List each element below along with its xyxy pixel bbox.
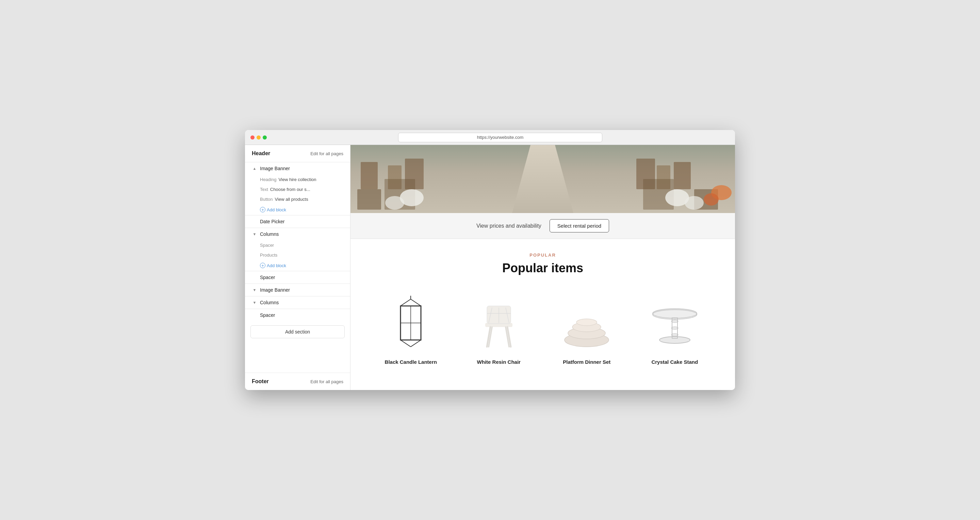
product-card-chair: White Resin Chair [459,292,539,365]
svg-point-15 [704,193,719,205]
text-block[interactable]: Text Choose from our s... [245,184,350,194]
svg-rect-1 [357,189,381,210]
image-banner-label: Image Banner [260,166,290,171]
svg-point-43 [671,334,678,336]
columns-2-row[interactable]: ▼ Columns [245,296,350,309]
select-rental-period-button[interactable]: Select rental period [550,219,609,232]
add-block-btn-2[interactable]: + Add block [245,260,350,271]
product-image-cakestand [635,292,715,354]
fullscreen-button[interactable] [263,135,267,140]
header-edit-link[interactable]: Edit for all pages [310,151,343,156]
popular-section: POPULAR Popular items [350,239,735,286]
spacer-section-2: ▶ Spacer [245,309,350,321]
sidebar: Header Edit for all pages ▲ Image Banner… [245,145,350,390]
image-banner-2-section: ▼ Image Banner [245,284,350,296]
svg-line-20 [411,340,421,347]
chevron-down-icon-2: ▼ [252,287,257,293]
product-name-plates: Platform Dinner Set [563,359,611,365]
address-bar[interactable]: https://yourwebsite.com [398,133,602,142]
image-banner-row[interactable]: ▲ Image Banner [245,162,350,175]
svg-point-42 [671,327,678,329]
product-card-cakestand: Crystal Cake Stand [635,292,715,365]
popular-heading: Popular items [371,261,714,275]
svg-rect-7 [674,162,691,189]
svg-point-6 [385,196,404,210]
heading-value-label: View hire collection [278,177,316,182]
svg-line-18 [411,299,421,306]
hero-banner [350,145,735,213]
date-picker-row[interactable]: ▶ Date Picker [245,215,350,228]
product-name-cakestand: Crystal Cake Stand [651,359,698,365]
product-name-lantern: Black Candle Lantern [385,359,437,365]
image-banner-section: ▲ Image Banner Heading View hire collect… [245,162,350,215]
cakestand-svg [648,296,702,350]
chevron-down-icon-columns: ▼ [252,231,257,237]
svg-line-19 [401,340,411,347]
heading-type-label: Heading [260,177,276,182]
spacer-row-2[interactable]: ▶ Spacer [245,309,350,321]
columns-2-section: ▼ Columns [245,296,350,309]
svg-point-44 [659,337,690,343]
footer-edit-link[interactable]: Edit for all pages [310,379,343,384]
add-block-btn-1[interactable]: + Add block [245,204,350,215]
spacer-row-1[interactable]: ▶ Spacer [245,271,350,283]
text-type-label: Text [260,187,268,192]
date-picker-section: ▶ Date Picker [245,215,350,228]
sidebar-footer-section: Footer Edit for all pages [245,373,350,390]
product-card-plates: Platform Dinner Set [547,292,627,365]
chevron-down-icon-3: ▼ [252,300,257,305]
products-type-label: Products [260,253,277,258]
spacer-block-1[interactable]: Spacer [245,240,350,250]
plates-svg [559,296,614,350]
spacer-label-1: Spacer [260,275,275,280]
no-chevron-spacer-2: ▶ [252,275,257,280]
browser-window: https://yourwebsite.com Header Edit for … [245,130,735,390]
products-grid: Black Candle Lantern [350,286,735,378]
add-section-button[interactable]: Add section [250,325,345,338]
sidebar-footer-title: Footer [252,378,269,385]
main-layout: Header Edit for all pages ▲ Image Banner… [245,145,735,390]
popular-tag: POPULAR [371,253,714,258]
date-picker-label: Date Picker [260,219,285,224]
plus-circle-icon-1: + [260,207,266,212]
minimize-button[interactable] [256,135,261,140]
image-banner-2-label: Image Banner [260,287,290,293]
traffic-lights [250,135,267,140]
products-block[interactable]: Products [245,250,350,260]
chevron-up-icon: ▲ [252,166,257,171]
sidebar-header-title: Header [252,150,270,157]
date-picker-bar: View prices and availability Select rent… [350,213,735,239]
sidebar-header-section: Header Edit for all pages [245,145,350,162]
hero-scene [350,145,735,213]
spacer-label-2: Spacer [260,312,275,318]
add-block-label-1: Add block [267,207,286,212]
product-image-lantern [371,292,451,354]
button-type-label: Button [260,197,273,202]
lantern-svg [390,296,431,350]
browser-chrome: https://yourwebsite.com [245,130,735,145]
svg-line-17 [401,299,411,306]
svg-point-39 [653,309,697,318]
columns-row[interactable]: ▼ Columns [245,228,350,240]
spacer-section-1: ▶ Spacer [245,271,350,283]
no-chevron-spacer: ▶ [252,219,257,224]
button-value-label: View all products [275,197,308,202]
product-image-plates [547,292,627,354]
columns-section: ▼ Columns Spacer Products + Add block [245,228,350,271]
no-chevron-3: ▶ [252,312,257,318]
image-banner-2-row[interactable]: ▼ Image Banner [245,284,350,296]
product-card-lantern: Black Candle Lantern [371,292,451,365]
columns-2-label: Columns [260,300,279,305]
date-picker-text: View prices and availability [476,223,541,229]
columns-label: Columns [260,231,279,237]
add-block-label-2: Add block [267,263,286,268]
product-image-chair [459,292,539,354]
plus-circle-icon-2: + [260,263,266,268]
button-block[interactable]: Button View all products [245,194,350,204]
chair-svg [479,296,519,350]
spacer-type-label-1: Spacer [260,243,274,248]
heading-block[interactable]: Heading View hire collection [245,175,350,184]
hero-svg [350,145,735,213]
close-button[interactable] [250,135,255,140]
page-preview: View prices and availability Select rent… [350,145,735,390]
